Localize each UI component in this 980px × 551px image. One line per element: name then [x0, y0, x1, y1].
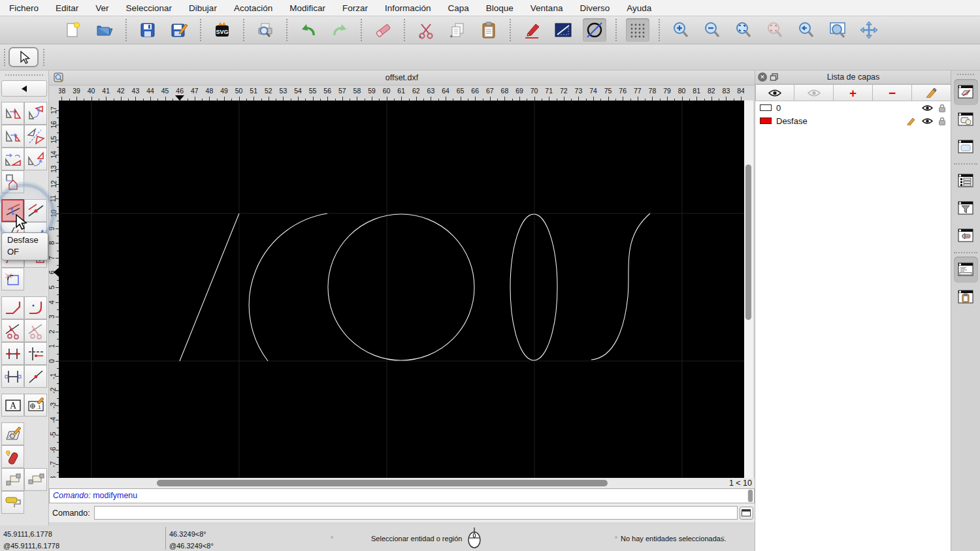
menu-item-dibujar[interactable]: Dibujar	[189, 3, 217, 13]
toolbar-drag-handle[interactable]	[43, 49, 44, 66]
layer-row-0[interactable]: 0	[755, 101, 951, 114]
menu-item-ver[interactable]: Ver	[95, 3, 108, 13]
menu-item-acotación[interactable]: Acotación	[234, 3, 272, 13]
move-tool[interactable]	[1, 102, 24, 125]
entity-line[interactable]	[180, 213, 239, 361]
menu-item-modificar[interactable]: Modificar	[289, 3, 325, 13]
hide-all-layers-button[interactable]	[794, 84, 834, 101]
redo-icon[interactable]	[328, 18, 351, 42]
dim-edit-tool[interactable]: .1	[24, 394, 47, 417]
add-layer-button[interactable]: +	[834, 84, 873, 101]
zoom-out-icon[interactable]	[700, 18, 724, 42]
export-svg-icon[interactable]: SVG	[210, 18, 234, 42]
menu-item-información[interactable]: Información	[385, 3, 431, 13]
order-up-tool[interactable]	[24, 468, 47, 491]
drawing-canvas[interactable]	[59, 101, 744, 478]
menu-item-editar[interactable]: Editar	[56, 3, 78, 13]
horizontal-scrollbar-thumb[interactable]	[157, 480, 608, 486]
layer-lock-toggle[interactable]	[938, 104, 946, 112]
horizontal-scrollbar[interactable]: 1 < 10	[49, 478, 755, 488]
lengthen-tool[interactable]	[1, 365, 24, 388]
eye-icon[interactable]	[922, 118, 933, 125]
fillet-box-tool[interactable]	[1, 268, 24, 291]
vertical-scrollbar-thumb[interactable]	[745, 165, 751, 320]
text-edit-tool[interactable]: A	[1, 394, 24, 417]
zoom-auto-icon[interactable]	[732, 18, 755, 42]
eraser-icon[interactable]	[371, 18, 395, 42]
zoom-pan-icon[interactable]	[857, 18, 881, 42]
grid-toggle-icon[interactable]	[626, 18, 649, 42]
layer-edit-indicator[interactable]	[907, 117, 917, 125]
cut-icon[interactable]: +	[414, 18, 438, 42]
command-dock-button[interactable]	[954, 257, 978, 283]
zoom-in-icon[interactable]	[669, 18, 693, 42]
blocks-dock-button[interactable]	[954, 106, 978, 133]
drawing-window-titlebar[interactable]: offset.dxf	[49, 71, 755, 86]
remove-layer-button[interactable]: −	[873, 84, 912, 101]
filter-dock-button[interactable]	[954, 195, 978, 221]
hatch-edit-tool[interactable]	[1, 422, 24, 445]
layer-lock-toggle[interactable]	[938, 117, 946, 125]
bevel-tool[interactable]	[1, 296, 24, 319]
command-input[interactable]	[94, 506, 738, 520]
new-file-icon[interactable]	[61, 18, 85, 42]
save-as-icon[interactable]	[167, 18, 191, 42]
undo-icon[interactable]	[297, 18, 320, 42]
library-dock-button[interactable]	[954, 134, 978, 160]
menu-item-bloque[interactable]: Bloque	[486, 3, 514, 13]
zoom-previous-icon[interactable]	[763, 18, 787, 42]
line-tool-icon[interactable]	[551, 18, 575, 42]
draw-pencil-icon[interactable]	[520, 18, 544, 42]
open-file-icon[interactable]	[93, 18, 116, 42]
layer-visibility-toggle[interactable]	[922, 104, 933, 112]
command-keyboard-button[interactable]	[740, 507, 753, 520]
divide-cut-2-tool[interactable]	[24, 319, 47, 342]
split-tool[interactable]	[24, 365, 47, 388]
menu-item-diverso[interactable]: Diverso	[580, 3, 610, 13]
tools-back-button[interactable]	[1, 80, 47, 97]
move-rotate-tool[interactable]	[1, 148, 24, 170]
menu-item-forzar[interactable]: Forzar	[342, 3, 368, 13]
announce-dock-button[interactable]	[954, 223, 978, 249]
lock-icon[interactable]	[938, 104, 946, 112]
offset-tool[interactable]	[1, 199, 24, 222]
circle-tool-icon[interactable]	[583, 18, 606, 42]
rotate-two-tool[interactable]	[24, 148, 47, 170]
paint-tool[interactable]	[1, 491, 24, 514]
fillet-tool[interactable]	[24, 296, 47, 319]
entity-list-dock-button[interactable]	[954, 168, 978, 194]
command-history-scrollbar[interactable]	[747, 490, 753, 502]
select-pointer-button[interactable]	[8, 47, 39, 67]
copy-icon[interactable]: +	[446, 18, 469, 42]
entity-circle[interactable]	[328, 214, 474, 360]
paste-icon[interactable]	[477, 18, 500, 42]
zoom-back-icon[interactable]	[794, 18, 818, 42]
scale-tool[interactable]	[1, 125, 24, 148]
layer-row-Desfase[interactable]: Desfase	[755, 114, 951, 127]
entity-spline[interactable]	[591, 213, 650, 360]
order-down-tool[interactable]	[1, 468, 24, 491]
clipboard-dock-button[interactable]	[954, 284, 978, 310]
entity-arc[interactable]	[249, 213, 327, 361]
stretch-tool[interactable]	[1, 170, 24, 193]
show-all-layers-button[interactable]	[755, 84, 794, 101]
lock-icon[interactable]	[938, 117, 946, 125]
toolbar-drag-handle[interactable]	[4, 49, 5, 66]
trim-tool[interactable]	[24, 342, 47, 365]
layers-dock-button[interactable]	[954, 79, 978, 105]
menu-item-fichero[interactable]: Fichero	[9, 3, 39, 13]
command-history-scrollbar-thumb[interactable]	[748, 490, 753, 502]
edit-layer-button[interactable]	[912, 84, 951, 101]
pencil-icon[interactable]	[907, 117, 917, 125]
divide-cut-tool[interactable]	[1, 319, 24, 342]
print-preview-icon[interactable]	[253, 18, 277, 42]
menu-item-capa[interactable]: Capa	[448, 3, 469, 13]
explode-tool[interactable]	[1, 445, 24, 468]
menu-item-ventana[interactable]: Ventana	[531, 3, 563, 13]
mirror-tool[interactable]	[24, 125, 47, 148]
trim-two-tool[interactable]	[1, 342, 24, 365]
menu-item-ayuda[interactable]: Ayuda	[627, 3, 651, 13]
save-icon[interactable]	[136, 18, 159, 42]
vertical-scrollbar[interactable]	[744, 101, 753, 478]
layer-visibility-toggle[interactable]	[922, 118, 933, 125]
